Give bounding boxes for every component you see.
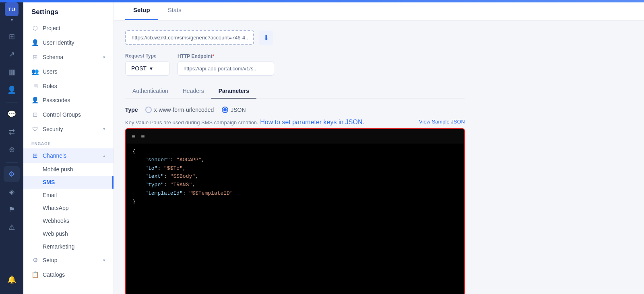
sidebar-item-webhooks[interactable]: Webhooks	[23, 214, 114, 227]
sidebar-item-web-push[interactable]: Web push	[23, 227, 114, 240]
sidebar-icon-dashboard[interactable]: ⊞	[4, 29, 20, 45]
schema-icon: ⊞	[31, 53, 39, 61]
sidebar-icon-settings[interactable]: ⚙	[4, 166, 20, 182]
sidebar-divider-2	[6, 162, 18, 163]
sidebar-item-control-groups[interactable]: ⊡ Control Groups	[23, 107, 114, 122]
sidebar-item-schema[interactable]: ⊞ Schema ▾	[23, 50, 114, 64]
control-groups-icon: ⊡	[31, 111, 39, 118]
subtab-parameters[interactable]: Parameters	[211, 84, 256, 99]
sidebar-item-security[interactable]: 🛡 Security ▾	[23, 122, 114, 136]
sidebar-item-catalogs[interactable]: 📋 Catalogs	[23, 267, 114, 282]
required-star: *	[212, 53, 214, 59]
sidebar-icon-chat[interactable]: 💬	[4, 106, 20, 122]
info-text: Key Value Pairs are used during SMS camp…	[125, 119, 258, 125]
main-content: Setup Stats ⬇ Request Type POST ▾	[114, 0, 644, 294]
channels-icon: ⊞	[31, 152, 39, 159]
radio-label: JSON	[231, 107, 246, 113]
code-toolbar-btn-1[interactable]: ≡	[130, 132, 137, 141]
passcodes-icon: 👤	[31, 97, 39, 104]
sidebar-item-label: WhatsApp	[43, 205, 69, 211]
sidebar-item-label: Roles	[43, 83, 57, 89]
radio-circle-json	[222, 107, 228, 113]
chevron-down-icon: ▾	[103, 258, 105, 263]
sidebar-item-passcodes[interactable]: 👤 Passcodes	[23, 93, 114, 107]
users-icon: 👥	[31, 68, 39, 75]
subtab-headers[interactable]: Headers	[175, 84, 211, 99]
request-type-select[interactable]: POST ▾	[125, 61, 169, 76]
sidebar-icon-flag[interactable]: ⚑	[4, 201, 20, 218]
sidebar-icon-filter[interactable]: ◈	[4, 184, 20, 200]
icon-sidebar: TU ▾ ⊞ ↗ ▦ 👤 💬 ⇄ ⊕ ⚙ ◈ ⚑ ⚠ 🔔	[0, 0, 23, 294]
sidebar-item-label: Mobile push	[43, 166, 73, 173]
info-text-area: Key Value Pairs are used during SMS camp…	[125, 119, 364, 126]
sidebar-icon-flow[interactable]: ⇄	[4, 124, 20, 140]
sidebar-item-project[interactable]: ⬡ Project	[23, 21, 114, 35]
tab-stats[interactable]: Stats	[160, 0, 190, 20]
radio-form-urlencoded[interactable]: x-www-form-urlencoded	[145, 107, 214, 113]
sidebar-item-email[interactable]: Email	[23, 189, 114, 201]
sidebar-divider	[6, 103, 18, 103]
code-editor-wrapper: ≡ ≡ { "sender": "AOCAPP", "to": "$$To", …	[125, 128, 465, 294]
sidebar-item-whatsapp[interactable]: WhatsApp	[23, 201, 114, 214]
engage-section-label: ENGAGE	[23, 136, 114, 148]
sidebar-item-users[interactable]: 👥 Users	[23, 64, 114, 79]
request-type-value: POST	[131, 65, 147, 72]
content-inner: ⬇ Request Type POST ▾ HTTP Endpoint*	[114, 21, 476, 294]
chevron-down-icon: ▾	[103, 126, 105, 132]
sidebar-item-label: Control Groups	[43, 111, 81, 118]
sidebar-item-label: User Identity	[43, 39, 74, 46]
sidebar-item-roles[interactable]: 🖥 Roles	[23, 79, 114, 93]
sidebar-item-label: Security	[43, 126, 63, 132]
subtabs: Authentication Headers Parameters	[125, 84, 465, 99]
code-editor[interactable]: { "sender": "AOCAPP", "to": "$$To", "tex…	[126, 144, 464, 294]
url-input[interactable]	[125, 30, 254, 45]
chevron-down-icon: ▾	[150, 65, 153, 72]
sidebar-item-label: Users	[43, 68, 58, 75]
form-area: ⬇ Request Type POST ▾ HTTP Endpoint*	[114, 21, 476, 294]
chevron-down-icon: ▾	[103, 55, 105, 60]
sidebar-icon-people[interactable]: 👤	[4, 82, 20, 98]
sidebar-icon-activity[interactable]: ↗	[4, 46, 20, 62]
sidebar-item-sms[interactable]: SMS	[23, 176, 114, 189]
avatar[interactable]: TU	[5, 2, 19, 16]
top-bar	[0, 0, 644, 2]
request-type-group: Request Type POST ▾	[125, 53, 169, 76]
sidebar-item-label: Catalogs	[43, 271, 65, 278]
sidebar-icon-alert[interactable]: ⚠	[4, 219, 20, 235]
radio-json[interactable]: JSON	[222, 107, 246, 113]
sidebar-item-label: Setup	[43, 257, 58, 263]
info-link[interactable]: How to set parameter keys in JSON.	[260, 119, 364, 125]
sidebar-item-label: Remarketing	[43, 243, 74, 250]
http-endpoint-label: HTTP Endpoint*	[178, 53, 274, 59]
sidebar-item-label: Email	[43, 192, 57, 198]
sidebar-item-mobile-push[interactable]: Mobile push	[23, 163, 114, 176]
sidebar-item-label: Project	[43, 25, 60, 31]
user-identity-icon: 👤	[31, 39, 39, 46]
sidebar-item-label: Web push	[43, 230, 68, 237]
tab-setup[interactable]: Setup	[125, 0, 158, 20]
sidebar-item-label: SMS	[43, 179, 55, 185]
security-icon: 🛡	[31, 125, 39, 132]
sidebar-icon-chart[interactable]: ▦	[4, 64, 20, 80]
nav-title: Settings	[23, 2, 114, 21]
http-endpoint-input[interactable]	[178, 62, 274, 76]
info-row: Key Value Pairs are used during SMS camp…	[125, 119, 465, 126]
req-row: Request Type POST ▾ HTTP Endpoint*	[125, 53, 465, 76]
radio-circle-form	[145, 107, 152, 113]
avatar-chevron-icon: ▾	[11, 18, 13, 22]
sidebar-item-label: Schema	[43, 54, 63, 60]
sidebar-item-setup[interactable]: ⚙ Setup ▾	[23, 253, 114, 267]
request-type-label: Request Type	[125, 53, 169, 59]
sidebar-item-channels[interactable]: ⊞ Channels ▴	[23, 148, 114, 163]
sidebar-icon-bell[interactable]: 🔔	[4, 271, 20, 288]
catalogs-icon: 📋	[31, 271, 39, 278]
radio-group: x-www-form-urlencoded JSON	[145, 107, 246, 113]
subtab-authentication[interactable]: Authentication	[125, 84, 175, 99]
sidebar-item-user-identity[interactable]: 👤 User Identity	[23, 35, 114, 50]
view-sample-json-link[interactable]: View Sample JSON	[419, 119, 465, 125]
copy-url-button[interactable]: ⬇	[259, 31, 273, 45]
sidebar-icon-tag[interactable]: ⊕	[4, 142, 20, 158]
sidebar-item-remarketing[interactable]: Remarketing	[23, 240, 114, 253]
code-toolbar-btn-2[interactable]: ≡	[139, 132, 146, 141]
project-icon: ⬡	[31, 25, 39, 32]
